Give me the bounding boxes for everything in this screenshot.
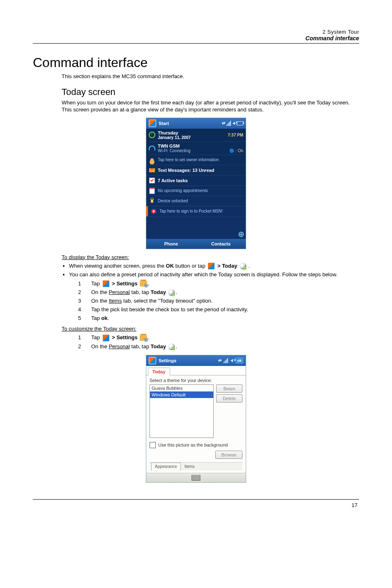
keyboard-icon: [191, 475, 201, 481]
theme-label: Select a theme for your device:: [150, 378, 242, 383]
wifi-icon: [149, 145, 155, 151]
s1-pre: Tap: [91, 280, 101, 287]
c-step2-num: 2: [78, 343, 83, 351]
c2-end: .: [175, 343, 177, 350]
today-icon: [168, 289, 175, 296]
c2-today: Today: [151, 343, 168, 350]
settings-icon: [140, 281, 147, 287]
bottom-tab-appearance: Appearance: [151, 463, 181, 471]
step2-num: 2: [78, 288, 83, 296]
s2-mid: tab, tap: [130, 289, 151, 295]
c2-pre: On the: [91, 343, 109, 350]
settings-icon: [140, 335, 147, 341]
ok-button: ok: [235, 358, 243, 363]
subsection-title: Today screen: [62, 87, 359, 97]
today-title-bar: Start ⇄: [146, 118, 246, 129]
to-display-title: To display the Today screen:: [62, 254, 359, 260]
s5-end: .: [108, 315, 109, 321]
today-icon: [240, 263, 246, 269]
settings-top-tabs: Today: [146, 366, 246, 375]
s5-ok: ok: [101, 315, 108, 321]
softkey-phone: Phone: [146, 239, 196, 249]
signal-icon: [224, 358, 228, 363]
today-gsm: TWN GSM: [158, 144, 243, 148]
settings-title-text: Settings: [159, 358, 216, 363]
today-screen-figure: Start ⇄ Thursday January 11, 2007 7:37 P…: [146, 118, 246, 249]
today-date-row: Thursday January 11, 2007 7:37 PM: [146, 129, 246, 141]
c1-pre: Tap: [91, 334, 101, 340]
header-section: Command interface: [33, 35, 359, 42]
msn-icon: [150, 208, 157, 215]
to-customize-title: To customize the Today screen:: [62, 326, 359, 332]
bullet-1: When viewing another screen, press the O…: [69, 262, 359, 270]
s3-end: tab, select the "Today timeout" option.: [122, 298, 212, 304]
lock-icon: [149, 198, 155, 204]
bullet1-ok: OK: [166, 263, 174, 269]
check-icon: [149, 177, 155, 184]
volume-muted-icon: [233, 122, 235, 125]
s2-pre: On the: [91, 289, 109, 295]
volume-icon: [231, 359, 233, 362]
today-tasks: 7 Active tasks: [158, 178, 243, 183]
today-messages: Text Messages: 13 Unread: [158, 168, 243, 173]
today-time: 7:37 PM: [228, 133, 243, 137]
s1-arrow: >: [111, 280, 117, 287]
s2-today: Today: [151, 289, 168, 295]
today-connectivity-row: TWN GSM Wi-Fi: Connecting 🔵 : On: [146, 141, 246, 155]
step4-num: 4: [78, 306, 83, 314]
settings-title-bar: Settings ⇄ ok: [146, 355, 246, 366]
start-icon: [102, 334, 110, 342]
signal-icon: [226, 121, 231, 126]
today-appts-row: No upcoming appointments: [146, 185, 246, 196]
settings-bottom-tabs: Appearance Items: [150, 462, 242, 470]
s2-end: .: [175, 289, 177, 295]
sip-icon: [238, 231, 244, 237]
today-messages-row: Text Messages: 13 Unread: [146, 165, 246, 175]
s1-settings: Settings: [116, 280, 139, 287]
header-chapter: 2 System Tour: [33, 29, 359, 35]
s3-u: Items: [109, 298, 122, 304]
today-empty-area: [146, 216, 246, 239]
bullet1-today: Today: [222, 263, 237, 269]
today-date-full: January 11, 2007: [158, 135, 225, 140]
s2-u: Personal: [109, 289, 130, 295]
today-title-text: Start: [159, 121, 219, 126]
header-rule: [33, 43, 359, 44]
step1-num: 1: [78, 280, 83, 288]
theme-list: Guava Bubbles Windows Default: [150, 384, 214, 438]
today-appts: No upcoming appointments: [158, 188, 243, 193]
s4-text: Tap the pick list beside the check box t…: [91, 306, 248, 314]
intro-text: This section explains the MC35 command i…: [62, 73, 359, 80]
data-arrows-icon: ⇄: [222, 121, 225, 125]
settings-footer: [146, 473, 246, 482]
today-lock-row: Device unlocked: [146, 196, 246, 206]
today-date-day: Thursday: [158, 130, 225, 135]
clock-icon: [149, 132, 155, 138]
bullet1-arrow: >: [216, 263, 222, 269]
c-step1-num: 1: [78, 333, 83, 342]
c2-mid: tab, tap: [130, 343, 151, 350]
person-icon: [149, 157, 155, 163]
c1-arrow: >: [111, 334, 117, 340]
today-softkeys: Phone Contacts: [146, 239, 246, 249]
today-bt: 🔵 : On: [229, 148, 243, 153]
settings-screen-figure: Settings ⇄ ok Today Select a theme for y…: [146, 355, 246, 483]
theme-item-2: Windows Default: [150, 391, 213, 398]
envelope-icon: [149, 167, 155, 174]
section-title: Command interface: [33, 55, 359, 70]
bg-checkbox: [150, 442, 156, 448]
today-lock: Device unlocked: [158, 199, 243, 203]
theme-item-1: Guava Bubbles: [150, 385, 213, 391]
s5-pre: Tap: [91, 315, 101, 321]
today-owner-row: Tap here to set owner information: [146, 155, 246, 165]
today-icon: [168, 343, 175, 350]
s3-pre: On the: [91, 298, 109, 304]
calendar-icon: [149, 188, 155, 194]
start-flag-icon: [149, 120, 156, 127]
bottom-tab-items: Items: [181, 463, 198, 470]
battery-icon: [237, 121, 243, 125]
today-wifi: Wi-Fi: Connecting: [158, 148, 190, 153]
c2-u: Personal: [109, 343, 130, 350]
bg-checkbox-label: Use this picture as the background: [158, 442, 228, 447]
footer-rule: [33, 499, 359, 500]
